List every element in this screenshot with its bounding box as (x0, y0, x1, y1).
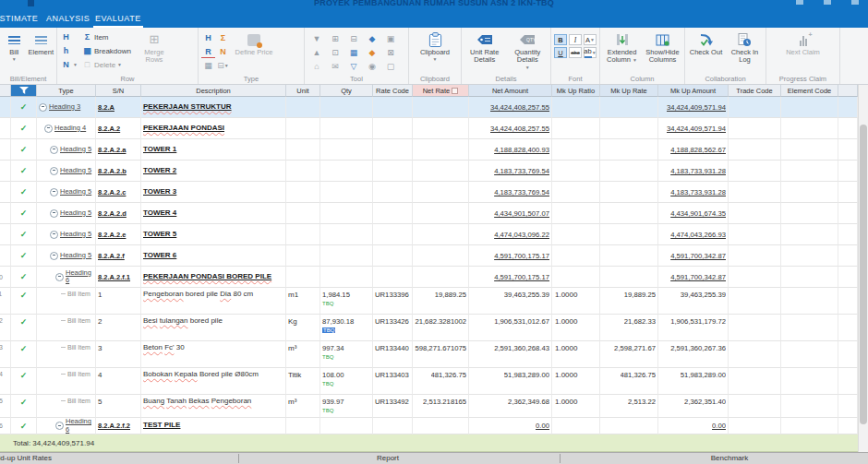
column-header-rate-code[interactable]: Rate Code (373, 85, 413, 97)
cell-mkup-rate[interactable]: 2,513.22 (600, 395, 658, 418)
table-row[interactable]: 5✓Heading 58.2.A.2.bTOWER 24,183,733,769… (0, 161, 858, 182)
cell-qty[interactable] (320, 182, 373, 203)
cell-net-amount[interactable]: 4,591,700,175.17 (469, 245, 552, 267)
cell-unit[interactable]: m³ (286, 395, 320, 418)
cell-net-amount[interactable]: 51,983,289.00 (469, 368, 552, 395)
cell-sn[interactable]: 4 (96, 368, 141, 395)
cell-net-rate[interactable] (413, 118, 469, 139)
table-row[interactable]: 6✓Heading 58.2.A.2.cTOWER 34,183,733,769… (0, 182, 858, 203)
cell-mkup-rate[interactable] (600, 118, 658, 139)
cell-element-code[interactable] (781, 245, 838, 267)
check-out-button[interactable]: Check Out (688, 30, 724, 74)
cell-unit[interactable] (286, 267, 320, 288)
cell-mkup-amount[interactable]: 51,983,289.00 (658, 368, 729, 395)
tool-icon[interactable]: ◆ (363, 45, 381, 59)
define-price-button[interactable]: Define Price (233, 30, 275, 74)
cell-check[interactable]: ✓ (11, 182, 37, 203)
cell-net-rate[interactable]: 19,889.25 (413, 288, 469, 315)
type-rate-button[interactable]: R (201, 45, 215, 58)
cell-check[interactable]: ✓ (11, 288, 37, 315)
cell-sn[interactable]: 8.2.A.2.c (96, 182, 141, 203)
cell-mkup-ratio[interactable] (552, 203, 600, 224)
cell-trade-code[interactable] (729, 245, 781, 267)
heading-n-button[interactable]: N▼ (60, 58, 78, 71)
cell-mkup-rate[interactable] (600, 139, 658, 161)
cell-mkup-ratio[interactable] (552, 267, 600, 288)
cell-net-rate[interactable]: 481,326.75 (413, 368, 469, 395)
cell-check[interactable]: ✓ (11, 245, 37, 267)
cell-mkup-ratio[interactable] (552, 182, 600, 203)
cell-mkup-rate[interactable] (600, 224, 658, 245)
cell-net-rate[interactable] (413, 267, 469, 288)
column-header-unit[interactable]: Unit (286, 85, 320, 97)
expand-icon[interactable] (44, 125, 53, 133)
cell-mkup-rate[interactable] (600, 245, 658, 267)
cell-unit[interactable] (286, 224, 320, 245)
bill-button[interactable]: Bill ▼ (3, 30, 25, 74)
cell-element-code[interactable] (781, 97, 838, 118)
column-header-mkup-ratio[interactable]: Mk Up Ratio (552, 85, 600, 97)
cell-mkup-rate[interactable] (600, 203, 658, 224)
cell-element-code[interactable] (781, 341, 838, 368)
cell-desc[interactable]: Besi tulangan bored pile (141, 315, 286, 341)
table-row[interactable]: 10✓Heading 68.2.A.2.f.1PEKERJAAN PONDASI… (0, 267, 858, 288)
tab-analysis[interactable]: ANALYSIS (44, 11, 91, 26)
cell-extra[interactable] (838, 418, 858, 434)
cell-check[interactable]: ✓ (11, 118, 37, 139)
cell-unit[interactable] (286, 245, 320, 267)
type-grid2-button[interactable]: ⊟▼ (216, 59, 230, 72)
tool-icon[interactable]: ▼ (307, 31, 326, 45)
cell-mkup-amount[interactable]: 34,424,409,571.94 (658, 118, 729, 139)
tool-icon[interactable]: ⊟ (344, 31, 363, 45)
cell-mkup-amount[interactable]: 1,906,531,179.72 (658, 315, 729, 341)
cell-mkup-ratio[interactable] (552, 245, 600, 267)
cell-desc[interactable]: Buang Tanah Bekas Pengeboran (141, 395, 286, 418)
cell-sn[interactable]: 8.2.A.2.f.1 (96, 267, 141, 288)
cell-trade-code[interactable] (729, 418, 781, 434)
cell-net-amount[interactable]: 4,474,043,096.22 (469, 224, 552, 245)
cell-desc[interactable]: TOWER 6 (141, 245, 286, 267)
cell-extra[interactable] (838, 139, 858, 161)
cell-num[interactable]: 9 (0, 245, 11, 267)
cell-rate-code[interactable] (373, 161, 413, 182)
unit-rate-details-button[interactable]: Unit Rate Details (464, 30, 505, 74)
cell-check[interactable]: ✓ (11, 341, 37, 368)
cell-extra[interactable] (838, 161, 858, 182)
cell-desc[interactable]: PEKERJAAN PONDASI BORED PILE (141, 267, 286, 288)
cell-num[interactable]: 13 (0, 341, 11, 368)
cell-net-rate[interactable] (413, 203, 469, 224)
cell-sn[interactable]: 8.2.A.2.b (96, 161, 141, 182)
cell-mkup-amount[interactable]: 4,434,901,674.35 (658, 203, 729, 224)
type-sum-button[interactable]: Σ (216, 31, 230, 44)
cell-type[interactable]: Bill Item (37, 395, 96, 418)
column-header-type[interactable]: Type (37, 85, 96, 97)
tool-icon[interactable]: ▢ (381, 59, 400, 73)
cell-desc[interactable]: TOWER 3 (141, 182, 286, 203)
cell-qty[interactable]: 1,984.15TBQ (320, 288, 373, 315)
cell-desc[interactable]: TEST PILE (141, 418, 286, 434)
cell-qty[interactable] (320, 139, 373, 161)
cell-type[interactable]: Heading 4 (37, 118, 96, 139)
cell-element-code[interactable] (781, 139, 838, 161)
cell-check[interactable]: ✓ (11, 97, 37, 118)
cell-sn[interactable]: 1 (96, 288, 141, 315)
cell-trade-code[interactable] (729, 341, 781, 368)
cell-net-rate[interactable] (413, 245, 469, 267)
cell-num[interactable]: 4 (0, 139, 11, 161)
clipboard-button[interactable]: Clipboard ▼ (414, 30, 456, 74)
cell-sn[interactable]: 8.2.A.2.e (96, 224, 141, 245)
cell-rate-code[interactable] (373, 139, 413, 161)
cell-mkup-rate[interactable]: 481,326.75 (600, 368, 658, 395)
breakdown-button[interactable]: ▦Breakdown (81, 44, 132, 57)
cell-unit[interactable] (286, 118, 320, 139)
cell-trade-code[interactable] (729, 182, 781, 203)
cell-desc[interactable]: TOWER 5 (141, 224, 286, 245)
table-row[interactable]: 13✓Bill Item3Beton Fc' 30m³997.34TBQUR13… (0, 341, 858, 368)
cell-element-code[interactable] (781, 161, 838, 182)
cell-extra[interactable] (838, 118, 858, 139)
cell-element-code[interactable] (781, 315, 838, 341)
tool-icon[interactable]: ▣ (381, 31, 400, 45)
cell-rate-code[interactable] (373, 267, 413, 288)
cell-num[interactable]: 3 (0, 118, 11, 139)
cell-trade-code[interactable] (729, 288, 781, 315)
